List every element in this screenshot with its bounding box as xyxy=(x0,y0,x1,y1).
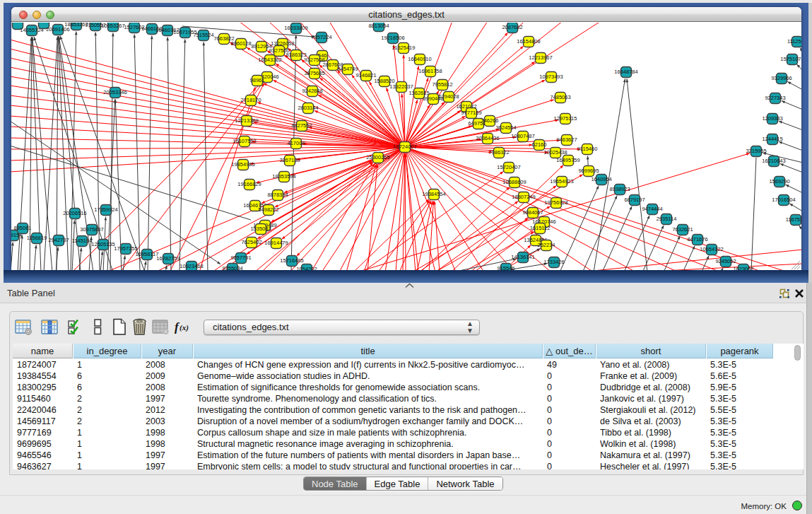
svg-text:1733426: 1733426 xyxy=(543,259,564,265)
svg-text:3215955: 3215955 xyxy=(746,148,766,154)
svg-text:10653267: 10653267 xyxy=(101,23,124,29)
svg-text:62160: 62160 xyxy=(532,141,547,148)
svg-text:20206516: 20206516 xyxy=(63,210,86,216)
svg-text:417004: 417004 xyxy=(287,140,305,146)
svg-text:8938923: 8938923 xyxy=(609,186,630,192)
svg-text:19654923: 19654923 xyxy=(550,178,573,185)
svg-text:3875685: 3875685 xyxy=(304,70,324,76)
svg-text:19756928: 19756928 xyxy=(544,199,567,206)
svg-text:3267130: 3267130 xyxy=(279,157,300,163)
svg-text:7986322: 7986322 xyxy=(488,149,509,156)
svg-text:8471676: 8471676 xyxy=(687,236,707,243)
svg-text:11325419: 11325419 xyxy=(392,45,416,51)
svg-text:1209383: 1209383 xyxy=(762,115,782,122)
svg-text:9699695: 9699695 xyxy=(578,168,599,174)
svg-text:16648784: 16648784 xyxy=(614,69,637,75)
svg-text:9115460: 9115460 xyxy=(577,146,598,152)
svg-text:7955812: 7955812 xyxy=(432,81,452,88)
svg-text:9227343: 9227343 xyxy=(765,95,785,101)
svg-text:17016504: 17016504 xyxy=(772,197,795,203)
svg-text:9463627: 9463627 xyxy=(556,136,577,143)
svg-text:8813054: 8813054 xyxy=(368,23,389,29)
svg-text:1535083: 1535083 xyxy=(250,226,271,232)
svg-text:20053346: 20053346 xyxy=(103,89,126,95)
svg-text:8186323: 8186323 xyxy=(286,52,306,58)
svg-text:7485063: 7485063 xyxy=(550,94,570,100)
svg-text:16914479: 16914479 xyxy=(264,240,288,246)
svg-text:1615112: 1615112 xyxy=(530,225,551,231)
svg-text:1167530: 1167530 xyxy=(786,216,801,223)
svg-text:915546: 915546 xyxy=(497,265,514,270)
svg-text:18807249: 18807249 xyxy=(512,194,535,200)
svg-text:8427552: 8427552 xyxy=(291,122,312,129)
svg-text:9146821: 9146821 xyxy=(355,72,376,78)
svg-text:15716485: 15716485 xyxy=(280,257,303,264)
svg-text:12213967: 12213967 xyxy=(529,54,552,61)
svg-text:2087682: 2087682 xyxy=(502,24,522,30)
svg-text:5498222: 5498222 xyxy=(258,206,278,213)
svg-text:9474444: 9474444 xyxy=(642,206,662,212)
svg-text:1112503: 1112503 xyxy=(787,38,801,45)
svg-text:6794028: 6794028 xyxy=(438,93,459,100)
svg-text:9245052: 9245052 xyxy=(715,258,736,264)
svg-text:10923468: 10923468 xyxy=(180,263,203,269)
svg-text:12213389: 12213389 xyxy=(235,117,258,124)
svg-text:9084067: 9084067 xyxy=(522,209,543,216)
svg-text:19166829: 19166829 xyxy=(237,181,261,187)
svg-text:7632621: 7632621 xyxy=(672,226,693,233)
svg-text:16782759: 16782759 xyxy=(156,255,180,262)
svg-text:10654122: 10654122 xyxy=(700,246,723,252)
svg-text:15751074: 15751074 xyxy=(780,56,801,62)
svg-text:8960128: 8960128 xyxy=(230,40,251,47)
svg-text:9242848: 9242848 xyxy=(302,88,322,94)
svg-text:17359924: 17359924 xyxy=(94,206,117,213)
svg-text:16154808: 16154808 xyxy=(517,38,540,45)
svg-text:18353594: 18353594 xyxy=(272,173,295,180)
svg-text:9777169: 9777169 xyxy=(461,110,481,116)
svg-text:10958117: 10958117 xyxy=(136,251,159,257)
svg-text:16495759: 16495759 xyxy=(556,157,579,163)
svg-text:9355034: 9355034 xyxy=(222,265,242,270)
svg-text:1640954: 1640954 xyxy=(591,176,611,182)
svg-text:8454749: 8454749 xyxy=(337,66,358,72)
svg-text:10807487: 10807487 xyxy=(511,133,534,139)
svg-text:3624554: 3624554 xyxy=(495,124,516,131)
svg-text:25300265: 25300265 xyxy=(366,154,389,160)
svg-text:1156819: 1156819 xyxy=(27,235,47,241)
svg-text:6879197: 6879197 xyxy=(624,197,645,203)
svg-text:2803144: 2803144 xyxy=(298,105,318,111)
svg-text:16210643: 16210643 xyxy=(762,158,785,164)
svg-text:2718170: 2718170 xyxy=(240,97,261,103)
svg-text:9657791: 9657791 xyxy=(230,255,251,261)
svg-text:15720407: 15720407 xyxy=(497,164,520,170)
svg-text:16640910: 16640910 xyxy=(408,56,431,62)
svg-text:16107553: 16107553 xyxy=(233,138,256,144)
svg-text:8878334: 8878334 xyxy=(267,192,288,198)
svg-text:10025438: 10025438 xyxy=(543,149,567,156)
svg-text:835061: 835061 xyxy=(13,225,31,231)
svg-text:746266: 746266 xyxy=(481,117,498,124)
svg-text:17957255: 17957255 xyxy=(114,245,137,252)
svg-text:12505135: 12505135 xyxy=(91,241,114,247)
svg-text:19218506: 19218506 xyxy=(381,35,404,41)
svg-text:9329966: 9329966 xyxy=(771,75,792,81)
svg-text:7515524: 7515524 xyxy=(193,32,213,38)
svg-text:98961: 98961 xyxy=(250,77,265,83)
svg-text:1569290: 1569290 xyxy=(769,178,789,185)
svg-text:1244415: 1244415 xyxy=(762,136,782,142)
svg-text:30975887: 30975887 xyxy=(80,226,103,233)
svg-text:16961758: 16961758 xyxy=(418,68,442,74)
svg-text:16033809: 16033809 xyxy=(284,25,307,31)
svg-text:2942737: 2942737 xyxy=(48,237,69,243)
svg-text:18724007: 18724007 xyxy=(393,144,416,150)
svg-text:(x): (x) xyxy=(180,323,189,332)
svg-text:19384554: 19384554 xyxy=(422,191,445,197)
svg-text:10688609: 10688609 xyxy=(502,179,526,185)
svg-text:16543362: 16543362 xyxy=(258,57,281,63)
svg-text:20364436: 20364436 xyxy=(476,135,499,141)
svg-text:10973493: 10973493 xyxy=(539,74,563,80)
svg-text:9327508: 9327508 xyxy=(304,57,324,63)
svg-text:7625402: 7625402 xyxy=(241,239,261,245)
svg-text:252234: 252234 xyxy=(537,242,555,248)
svg-text:13322037: 13322037 xyxy=(389,83,413,90)
